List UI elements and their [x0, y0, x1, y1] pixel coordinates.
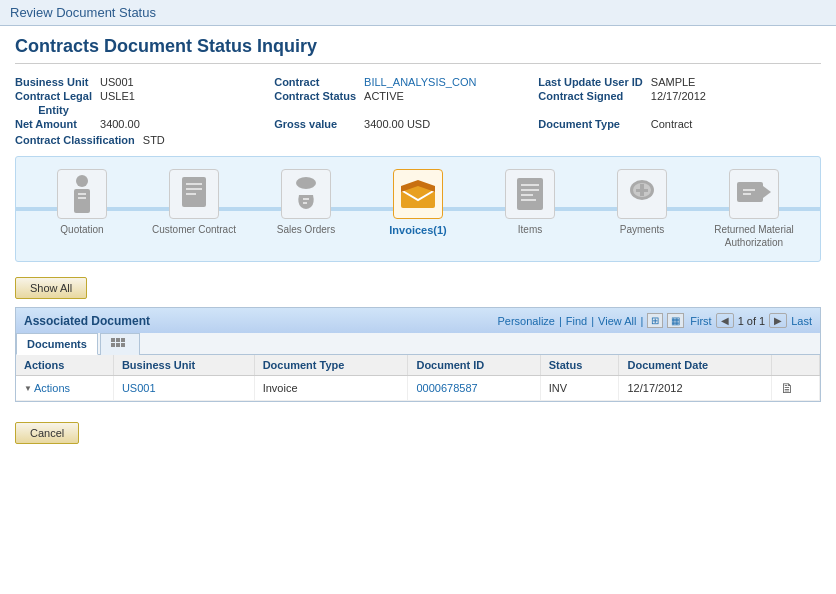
svg-marker-21: [763, 186, 771, 198]
svg-rect-5: [186, 183, 202, 185]
classification-row: Contract Classification STD: [15, 134, 821, 146]
svg-rect-7: [186, 193, 196, 195]
step-label-payments: Payments: [620, 223, 664, 236]
tab-secondary[interactable]: [100, 333, 140, 355]
net-amount-value: 3400.00: [96, 118, 270, 130]
find-link[interactable]: Find: [566, 315, 587, 327]
svg-rect-4: [182, 177, 206, 207]
show-all-button[interactable]: Show All: [15, 277, 87, 299]
contract-label: Contract: [274, 76, 356, 88]
col-header-4: Status: [540, 355, 619, 376]
svg-rect-20: [737, 182, 763, 202]
tab-documents[interactable]: Documents: [16, 333, 98, 355]
actions-dropdown[interactable]: Actions: [24, 382, 105, 394]
page-content: Contracts Document Status Inquiry Busine…: [0, 26, 836, 412]
page-header: Review Document Status: [0, 0, 836, 26]
page-title: Contracts Document Status Inquiry: [15, 36, 821, 64]
contract-legal-value: USLE1: [96, 90, 270, 102]
step-icon-payments: [617, 169, 667, 219]
tab-bar: Documents: [16, 333, 820, 355]
col-header-1: Business Unit: [113, 355, 254, 376]
step-label-items: Items: [518, 223, 542, 236]
net-amount-label: Net Amount: [15, 118, 92, 130]
gross-value-value: 3400.00 USD: [360, 118, 534, 130]
contract-legal-label: Contract Legal: [15, 90, 92, 102]
personalize-link[interactable]: Personalize: [497, 315, 554, 327]
row-document-id: 0000678587: [408, 376, 540, 401]
last-nav[interactable]: Last: [791, 315, 812, 327]
workflow-step-sales-orders[interactable]: Sales Orders: [256, 169, 356, 236]
nav-info: First ◀ 1 of 1 ▶ Last: [690, 313, 812, 328]
grid-icon1[interactable]: ⊞: [647, 313, 663, 328]
row-business-unit: US001: [113, 376, 254, 401]
workflow-step-customer-contract[interactable]: Customer Contract: [144, 169, 244, 236]
row-document-date: 12/17/2012: [619, 376, 771, 401]
business-unit-link[interactable]: US001: [122, 382, 156, 394]
row-status: INV: [540, 376, 619, 401]
cancel-button[interactable]: Cancel: [15, 422, 79, 444]
row-document-type: Invoice: [254, 376, 408, 401]
classification-value: STD: [139, 134, 165, 146]
workflow-step-invoices[interactable]: Invoices(1): [368, 169, 468, 237]
col-header-0: Actions: [16, 355, 113, 376]
svg-rect-23: [116, 338, 120, 342]
document-id-link[interactable]: 0000678587: [416, 382, 477, 394]
associated-doc-table: ActionsBusiness UnitDocument TypeDocumen…: [16, 355, 820, 401]
svg-rect-1: [74, 189, 90, 213]
page-info: 1 of 1: [738, 315, 766, 327]
svg-rect-24: [121, 338, 125, 342]
step-label-customer-contract: Customer Contract: [152, 223, 236, 236]
workflow-step-payments[interactable]: Payments: [592, 169, 692, 236]
svg-rect-14: [521, 194, 533, 196]
prev-nav-button[interactable]: ◀: [716, 313, 734, 328]
row-doc-icon[interactable]: 🗎: [771, 376, 819, 401]
first-nav[interactable]: First: [690, 315, 711, 327]
gross-value-label: Gross value: [274, 118, 356, 130]
table-container: ActionsBusiness UnitDocument TypeDocumen…: [16, 355, 820, 401]
svg-rect-19: [636, 189, 648, 192]
workflow-step-rma[interactable]: Returned Material Authorization: [704, 169, 804, 249]
step-icon-rma: [729, 169, 779, 219]
workflow-step-items[interactable]: Items: [480, 169, 580, 236]
col-header-6: [771, 355, 819, 376]
step-label-invoices: Invoices(1): [389, 223, 446, 237]
step-icon-customer-contract: [169, 169, 219, 219]
contract-status-label: Contract Status: [274, 90, 356, 102]
last-update-value: SAMPLE: [647, 76, 821, 88]
row-actions[interactable]: Actions: [16, 376, 113, 401]
document-icon[interactable]: 🗎: [780, 380, 794, 396]
col-header-2: Document Type: [254, 355, 408, 376]
svg-rect-27: [121, 343, 125, 347]
classification-label: Contract Classification: [15, 134, 135, 146]
tab-icon: [111, 338, 129, 348]
contract-signed-value: 12/17/2012: [647, 90, 821, 102]
svg-rect-0: [76, 175, 88, 187]
step-icon-sales-orders: [281, 169, 331, 219]
assoc-header: Associated Document Personalize | Find |…: [16, 308, 820, 333]
entity-label: Entity: [15, 104, 92, 116]
header-text: Review Document Status: [10, 5, 156, 20]
assoc-tools-nav: Personalize | Find | View All | ⊞ ▦ Firs…: [497, 313, 812, 328]
svg-rect-2: [78, 193, 86, 195]
document-type-label: Document Type: [538, 118, 643, 130]
next-nav-button[interactable]: ▶: [769, 313, 787, 328]
table-header-row: ActionsBusiness UnitDocument TypeDocumen…: [16, 355, 820, 376]
assoc-panel: Associated Document Personalize | Find |…: [15, 307, 821, 402]
business-unit-value: US001: [96, 76, 270, 88]
svg-rect-6: [186, 188, 202, 190]
workflow-steps: QuotationCustomer ContractSales OrdersIn…: [26, 169, 810, 249]
step-icon-items: [505, 169, 555, 219]
svg-rect-15: [521, 199, 536, 201]
col-header-5: Document Date: [619, 355, 771, 376]
col-header-3: Document ID: [408, 355, 540, 376]
step-label-sales-orders: Sales Orders: [277, 223, 335, 236]
workflow-container: QuotationCustomer ContractSales OrdersIn…: [15, 156, 821, 262]
table-body: ActionsUS001Invoice0000678587INV12/17/20…: [16, 376, 820, 401]
grid-icon2[interactable]: ▦: [667, 313, 684, 328]
contract-value[interactable]: BILL_ANALYSIS_CON: [360, 76, 534, 88]
step-icon-quotation: [57, 169, 107, 219]
workflow-step-quotation[interactable]: Quotation: [32, 169, 132, 236]
document-type-value: Contract: [647, 118, 821, 130]
view-all-link[interactable]: View All: [598, 315, 636, 327]
contract-status-value: ACTIVE: [360, 90, 534, 102]
